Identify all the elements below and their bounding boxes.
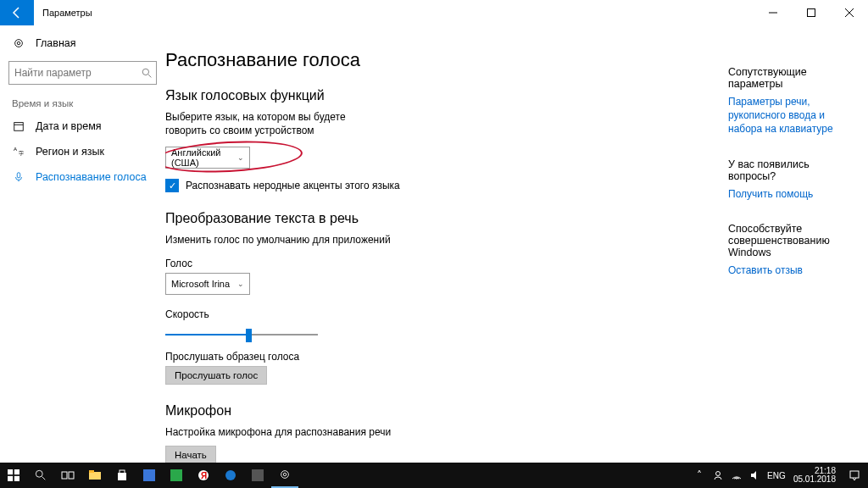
svg-rect-1 [807, 9, 815, 17]
minimize-button[interactable] [754, 0, 792, 25]
sidebar-item-label: Регион и язык [36, 146, 104, 158]
tray-chevron-icon[interactable]: ˄ [690, 463, 709, 488]
svg-rect-22 [89, 472, 101, 480]
svg-rect-36 [850, 471, 859, 478]
clock-date: 05.01.2018 [793, 475, 836, 485]
slider-thumb[interactable] [246, 329, 252, 342]
mic-heading: Микрофон [165, 403, 711, 419]
search-input[interactable] [14, 67, 142, 79]
gear-icon [12, 37, 25, 49]
mic-icon [12, 171, 25, 183]
volume-icon[interactable] [746, 463, 765, 488]
globe-icon: A字 [12, 146, 25, 158]
tts-desc: Изменить голос по умолчанию для приложен… [165, 233, 711, 247]
preview-label: Прослушать образец голоса [165, 351, 711, 363]
feedback-link[interactable]: Оставить отзыв [728, 263, 860, 277]
main-content: Распознавание голоса Язык голосовых функ… [165, 25, 728, 463]
page-title: Распознавание голоса [165, 49, 711, 71]
search-box[interactable] [8, 61, 157, 85]
app-icon-1[interactable] [136, 463, 163, 488]
clock-icon [12, 120, 25, 132]
svg-rect-23 [89, 470, 94, 473]
app-title: Параметры [34, 0, 92, 25]
sidebar-item-label: Распознавание голоса [36, 171, 147, 183]
svg-rect-27 [170, 469, 182, 481]
yandex-icon[interactable]: Я [190, 463, 217, 488]
svg-rect-20 [62, 472, 67, 479]
voice-dropdown[interactable]: Microsoft Irina ⌄ [165, 273, 250, 295]
svg-rect-15 [14, 469, 19, 474]
sidebar-item-datetime[interactable]: Дата и время [0, 114, 165, 139]
svg-marker-35 [751, 471, 756, 480]
svg-rect-16 [8, 476, 13, 481]
home-button[interactable]: Главная [0, 30, 165, 56]
clock[interactable]: 21:18 05.01.2018 [788, 467, 841, 485]
svg-rect-31 [252, 469, 264, 481]
chevron-down-icon: ⌄ [237, 153, 244, 162]
network-icon[interactable] [727, 463, 746, 488]
chevron-down-icon: ⌄ [237, 280, 244, 288]
dropdown-value: Английский (США) [171, 147, 237, 168]
language-indicator[interactable]: ENG [765, 463, 788, 488]
sidebar-item-speech[interactable]: Распознавание голоса [0, 164, 165, 190]
search-icon [142, 68, 153, 79]
people-icon[interactable] [709, 463, 727, 488]
home-label: Главная [36, 37, 76, 49]
app-icon-2[interactable] [163, 463, 190, 488]
svg-line-7 [148, 75, 151, 77]
speed-label: Скорость [165, 308, 711, 320]
back-button[interactable] [0, 0, 34, 25]
svg-rect-21 [69, 472, 74, 479]
svg-point-30 [225, 470, 236, 480]
preview-voice-button[interactable]: Прослушать голос [165, 366, 267, 385]
svg-point-18 [36, 470, 42, 477]
checkbox-label: Распознавать неродные акценты этого язык… [186, 180, 400, 191]
taskbar: Я ˄ ENG 21:18 05.01.2018 [0, 463, 868, 488]
svg-text:A: A [14, 146, 18, 152]
svg-rect-14 [8, 469, 13, 474]
svg-rect-26 [143, 469, 155, 481]
speech-lang-desc: Выберите язык, на котором вы будете гово… [165, 110, 386, 137]
svg-rect-8 [14, 123, 24, 131]
titlebar: Параметры [0, 0, 868, 25]
edge-icon[interactable] [217, 463, 244, 488]
app-icon-3[interactable] [244, 463, 271, 488]
speech-lang-dropdown[interactable]: Английский (США) ⌄ [165, 147, 250, 169]
svg-line-19 [42, 477, 46, 480]
svg-point-32 [281, 471, 289, 479]
notifications-icon[interactable] [841, 469, 868, 481]
explorer-icon[interactable] [81, 463, 108, 488]
svg-point-34 [715, 472, 720, 476]
svg-point-33 [283, 473, 287, 476]
speech-lang-heading: Язык голосовых функций [165, 88, 711, 103]
svg-point-5 [17, 42, 20, 45]
search-icon[interactable] [27, 463, 54, 488]
maximize-button[interactable] [792, 0, 830, 25]
svg-text:字: 字 [19, 150, 24, 156]
nonnative-accent-checkbox[interactable]: ✓ [165, 179, 179, 192]
help-link[interactable]: Получить помощь [728, 187, 860, 201]
settings-icon[interactable] [271, 463, 298, 488]
mic-desc: Настройка микрофона для распознавания ре… [165, 425, 711, 439]
start-button[interactable] [0, 463, 27, 488]
speed-slider[interactable] [165, 325, 318, 344]
svg-point-6 [142, 69, 148, 75]
sidebar: Главная Время и язык Дата и время A字 Рег [0, 25, 165, 463]
svg-point-4 [15, 40, 23, 47]
improve-heading: Способствуйте совершенствованию Windows [728, 223, 860, 258]
svg-rect-12 [17, 173, 20, 178]
system-tray: ˄ ENG 21:18 05.01.2018 [690, 463, 868, 488]
voice-label: Голос [165, 258, 711, 269]
taskview-icon[interactable] [54, 463, 81, 488]
related-link[interactable]: Параметры речи, рукописного ввода и набо… [728, 95, 860, 136]
svg-rect-17 [14, 476, 19, 481]
mic-start-button[interactable]: Начать [165, 446, 216, 463]
store-icon[interactable] [108, 463, 136, 488]
annotation-circle: Английский (США) ⌄ [165, 147, 250, 169]
sidebar-item-region[interactable]: A字 Регион и язык [0, 139, 165, 164]
close-button[interactable] [830, 0, 868, 25]
questions-heading: У вас появились вопросы? [728, 158, 860, 182]
right-rail: Сопутствующие параметры Параметры речи, … [728, 25, 868, 463]
group-label: Время и язык [0, 98, 165, 114]
related-heading: Сопутствующие параметры [728, 66, 860, 90]
